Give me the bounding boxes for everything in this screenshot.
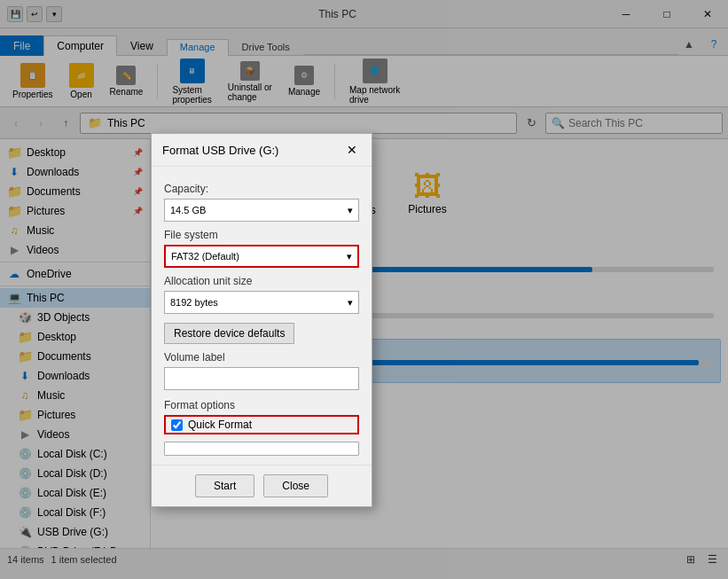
quick-format-row: Quick Format (164, 415, 359, 434)
filesystem-select[interactable]: FAT32 (Default) ▾ (164, 245, 359, 268)
progress-bar-bg (164, 442, 359, 456)
close-dialog-button[interactable]: Close (263, 474, 328, 497)
allocation-chevron: ▾ (348, 297, 353, 309)
restore-defaults-button[interactable]: Restore device defaults (164, 323, 294, 344)
allocation-value: 8192 bytes (170, 297, 218, 308)
volume-label-text: Volume label (164, 351, 359, 364)
format-dialog: Format USB Drive (G:) ✕ Capacity: 14.5 G… (151, 133, 372, 507)
filesystem-value: FAT32 (Default) (171, 251, 239, 262)
capacity-value: 14.5 GB (170, 205, 206, 215)
modal-title-text: Format USB Drive (G:) (162, 144, 278, 157)
capacity-select[interactable]: 14.5 GB ▾ (164, 199, 359, 222)
filesystem-label: File system (164, 229, 359, 241)
allocation-select[interactable]: 8192 bytes ▾ (164, 291, 359, 314)
progress-bar-area (164, 442, 359, 456)
modal-close-button[interactable]: ✕ (343, 141, 361, 159)
start-button[interactable]: Start (195, 474, 254, 497)
volume-label-input[interactable] (164, 367, 359, 390)
allocation-label: Allocation unit size (164, 275, 359, 287)
capacity-label: Capacity: (164, 183, 359, 195)
modal-body: Capacity: 14.5 GB ▾ File system FAT32 (D… (152, 167, 372, 465)
modal-overlay: Format USB Drive (G:) ✕ Capacity: 14.5 G… (0, 0, 728, 579)
filesystem-chevron: ▾ (347, 251, 352, 262)
modal-titlebar: Format USB Drive (G:) ✕ (152, 134, 372, 167)
quick-format-label: Quick Format (188, 419, 252, 431)
format-options-section: Format options Quick Format (164, 399, 359, 434)
capacity-chevron: ▾ (348, 205, 353, 216)
format-options-label: Format options (164, 399, 359, 411)
quick-format-checkbox[interactable] (171, 419, 183, 431)
modal-footer: Start Close (152, 465, 372, 506)
